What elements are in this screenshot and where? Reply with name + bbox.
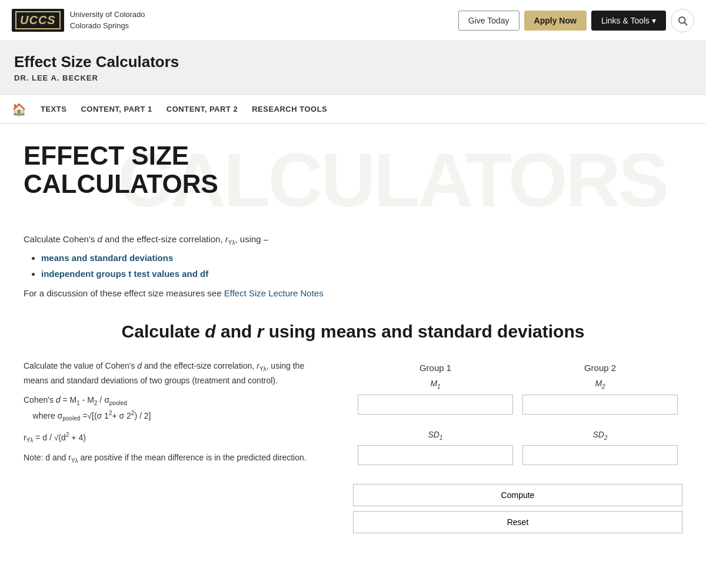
list-item-means: means and standard deviations [41,253,682,263]
main-content: CALCULATORS EFFECT SIZE CALCULATORS Calc… [0,124,706,551]
svg-line-1 [684,22,687,25]
discussion-text: For a discussion of these effect size me… [24,288,682,298]
group2-header: Group 2 [522,359,678,376]
m2-input[interactable] [522,395,678,415]
nav-research-tools[interactable]: RESEARCH TOOLS [252,105,327,113]
logo-area: UCCS University of Colorado Colorado Spr… [12,9,145,32]
compute-button[interactable]: Compute [353,484,682,506]
intro-links-list: means and standard deviations independen… [41,253,682,279]
m1-label-col: M1 [353,379,518,392]
sd2-input[interactable] [522,445,678,465]
nav-bar: 🏠 TEXTS CONTENT, PART 1 CONTENT, PART 2 … [0,95,706,124]
nav-content-part1[interactable]: CONTENT, PART 1 [81,105,152,113]
means-link[interactable]: means and standard deviations [41,253,173,263]
page-subtitle: DR. LEE A. BECKER [14,74,692,82]
group-headers: Group 1 Group 2 [353,359,682,376]
university-name: University of Colorado Colorado Springs [70,9,145,31]
m2-label: M2 [522,379,678,390]
links-tools-button[interactable]: Links & Tools ▾ [591,11,666,31]
calc-form: Group 1 Group 2 M1 M2 [353,359,682,534]
sd2-label: SD2 [522,430,678,441]
sd1-input-col [353,445,518,475]
group1-header-col: Group 1 [353,359,518,376]
sd1-input[interactable] [358,445,513,465]
calc-formula1: Cohen's d = M1 - M2 / σpooled where σpoo… [24,393,329,423]
m-inputs-row [353,395,682,424]
search-button[interactable] [671,9,694,32]
calc-note: Note: d and rYλ are positive if the mean… [24,451,329,466]
sd-labels-row: SD1 SD2 [353,430,682,443]
hero-title: EFFECT SIZE CALCULATORS [24,142,682,199]
group1-header: Group 1 [358,359,513,376]
sd2-input-col [518,445,682,475]
group2-header-col: Group 2 [518,359,682,376]
header: UCCS University of Colorado Colorado Spr… [0,0,706,41]
intro-section: Calculate Cohen's d and the effect-size … [24,234,682,298]
m1-input[interactable] [358,395,513,415]
logo-box: UCCS [12,9,64,32]
nav-home[interactable]: 🏠 [12,102,26,116]
m2-label-col: M2 [518,379,682,392]
apply-now-button[interactable]: Apply Now [524,11,587,31]
ttest-link[interactable]: independent groups t test values and df [41,269,208,279]
calc-formula2: rYλ = d / √(d2 + 4) [24,430,329,445]
lecture-notes-link[interactable]: Effect Size Lecture Notes [224,288,324,298]
sd1-label: SD1 [358,430,513,441]
give-today-button[interactable]: Give Today [458,11,519,31]
page-title-bar: Effect Size Calculators DR. LEE A. BECKE… [0,41,706,95]
reset-button[interactable]: Reset [353,511,682,533]
header-actions: Give Today Apply Now Links & Tools ▾ [458,9,694,32]
sd1-label-col: SD1 [353,430,518,443]
nav-texts[interactable]: TEXTS [41,105,66,113]
m2-input-col [518,395,682,424]
nav-content-part2[interactable]: CONTENT, PART 2 [166,105,238,113]
calc-desc-line1: Calculate the value of Cohen's d and the… [24,359,329,388]
m-labels-row: M1 M2 [353,379,682,392]
intro-text: Calculate Cohen's d and the effect-size … [24,234,682,246]
calc-description: Calculate the value of Cohen's d and the… [24,359,329,472]
m1-input-col [353,395,518,424]
calc-layout: Calculate the value of Cohen's d and the… [24,359,682,534]
sd-inputs-row [353,445,682,475]
m1-label: M1 [358,379,513,390]
list-item-ttest: independent groups t test values and df [41,269,682,279]
uccs-logo: UCCS [15,11,61,29]
search-icon [677,15,688,26]
sd2-label-col: SD2 [518,430,682,443]
page-title: Effect Size Calculators [14,53,692,71]
calc-heading: Calculate d and r using means and standa… [24,322,682,342]
